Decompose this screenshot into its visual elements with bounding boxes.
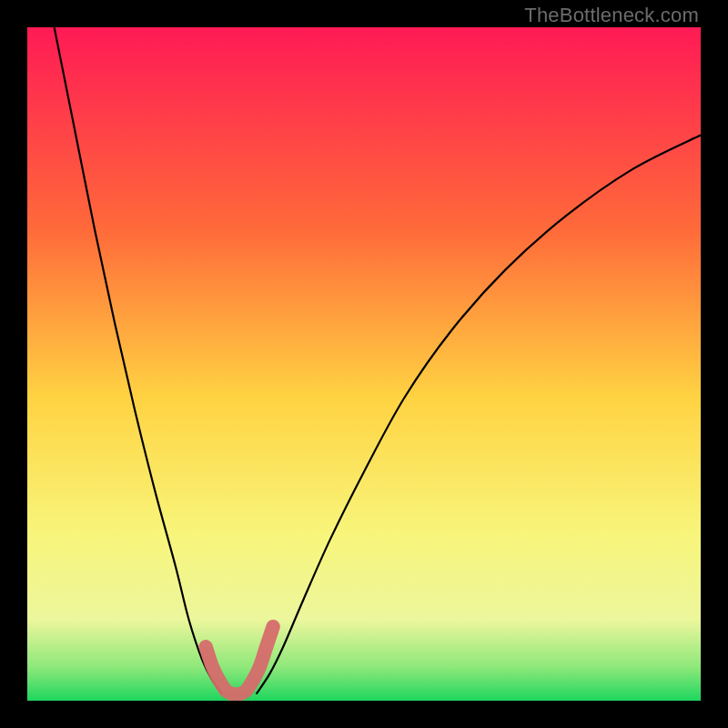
bottleneck-chart bbox=[27, 27, 701, 701]
chart-frame bbox=[27, 27, 701, 701]
watermark-text: TheBottleneck.com bbox=[524, 4, 699, 27]
gradient-background bbox=[27, 27, 701, 701]
